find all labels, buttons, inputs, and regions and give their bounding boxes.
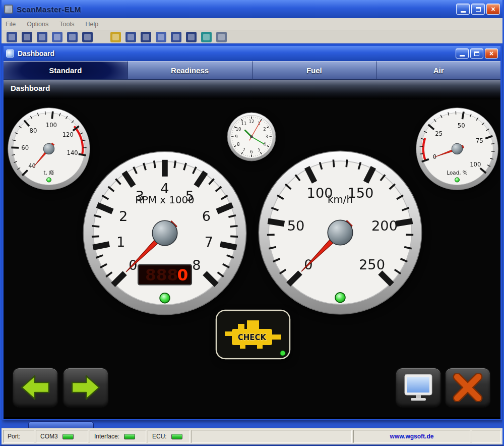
port-value: COM3 (40, 433, 58, 440)
port-status-led-icon (62, 434, 74, 439)
toolbar-icon-1[interactable] (7, 32, 17, 42)
svg-text:8: 8 (192, 257, 201, 273)
toolbar-icon-13[interactable] (201, 32, 212, 42)
svg-text:50: 50 (458, 122, 465, 129)
check-engine-indicator: CHECK (215, 309, 291, 360)
svg-text:100: 100 (46, 122, 57, 129)
svg-text:11: 11 (241, 121, 247, 126)
menu-file[interactable]: File (6, 21, 16, 28)
website-link[interactable]: www.wgsoft.de (353, 430, 470, 443)
ecu-status-led-icon (171, 434, 182, 439)
ecu-label: ECU: (152, 433, 167, 440)
dashboard-minimize-button[interactable] (456, 48, 469, 59)
menubar: File Options Tools Help (2, 18, 502, 30)
svg-text:100: 100 (470, 161, 481, 168)
svg-text:200: 200 (371, 218, 398, 234)
interface-status-led-icon (124, 434, 135, 439)
tab-standard[interactable]: Standard (4, 61, 128, 80)
main-minimize-button[interactable] (456, 4, 470, 15)
main-close-button[interactable]: × (486, 4, 500, 15)
close-icon: × (489, 50, 493, 57)
svg-text:2: 2 (119, 208, 128, 224)
monitor-icon (403, 373, 433, 402)
minimize-icon (460, 55, 465, 57)
svg-text:t, 癈: t, 癈 (43, 170, 54, 176)
svg-text:9: 9 (235, 134, 237, 139)
red-x-icon (453, 373, 483, 402)
toolbar-icon-6[interactable] (82, 32, 93, 42)
svg-text:0: 0 (177, 266, 188, 284)
svg-text:60: 60 (21, 144, 29, 151)
statusbar: Port: COM3 Interface: ECU: www.wgsoft.de (2, 428, 502, 444)
close-dashboard-button[interactable] (445, 367, 491, 408)
svg-text:10: 10 (236, 127, 241, 132)
dashboard-window-title: Dashboard (18, 49, 54, 58)
status-end-panel (472, 430, 501, 443)
menu-tools[interactable]: Tools (59, 21, 74, 28)
svg-text:3: 3 (265, 134, 268, 139)
svg-text:Load, %: Load, % (447, 170, 467, 176)
svg-text:4: 4 (263, 142, 266, 147)
toolbar-icon-5[interactable] (67, 32, 78, 42)
toolbar-icon-14[interactable] (216, 32, 227, 42)
svg-text:km/h: km/h (328, 194, 353, 205)
monitor-view-button[interactable] (395, 367, 442, 408)
ecu-panel: ECU: (148, 430, 190, 443)
speed-gauge: 050100150200250km/h (257, 149, 423, 316)
dashboard-maximize-button[interactable] (470, 48, 483, 59)
chip-icon (4, 5, 13, 14)
svg-text:120: 120 (62, 131, 74, 138)
rpm-gauge: 012345678RPM x 10008880 (82, 150, 248, 316)
toolbar-icon-8[interactable] (125, 32, 136, 42)
close-icon: × (491, 6, 495, 13)
interface-label: Interface: (94, 433, 119, 440)
port-label: Port: (8, 433, 20, 440)
toolbar-icon-9[interactable] (141, 32, 151, 42)
port-label-panel: Port: (3, 430, 34, 443)
dashboard-titlebar[interactable]: Dashboard × (4, 46, 500, 61)
svg-text:8: 8 (237, 142, 239, 147)
toolbar-icon-3[interactable] (37, 32, 47, 42)
toolbar-icon-7[interactable] (110, 32, 121, 42)
svg-text:6: 6 (250, 149, 253, 154)
dashboard-tabs: Standard Readiness Fuel Air (4, 61, 500, 80)
dashboard-window-icon (6, 49, 14, 58)
svg-text:50: 50 (287, 218, 305, 234)
main-titlebar[interactable]: ScanMaster-ELM × (0, 0, 504, 18)
port-value-panel: COM3 (36, 430, 88, 443)
toolbar-icon-12[interactable] (186, 32, 197, 42)
svg-text:CHECK: CHECK (238, 333, 267, 342)
menu-options[interactable]: Options (27, 21, 48, 28)
tab-readiness[interactable]: Readiness (128, 61, 253, 80)
status-spacer-panel (192, 430, 352, 443)
svg-text:12: 12 (249, 119, 255, 124)
coolant-temp-gauge: 406080100120140t, 癈 (7, 107, 91, 191)
toolbar-icon-4[interactable] (52, 32, 62, 42)
svg-text:250: 250 (359, 257, 385, 272)
toolbar-icon-10[interactable] (156, 32, 166, 42)
dashboard-close-button[interactable]: × (485, 48, 498, 59)
toolbar (2, 30, 502, 43)
svg-text:25: 25 (435, 130, 443, 137)
tab-fuel[interactable]: Fuel (253, 61, 377, 80)
tab-air[interactable]: Air (376, 61, 500, 80)
svg-text:2: 2 (263, 127, 266, 132)
svg-text:140: 140 (67, 149, 78, 156)
svg-text:80: 80 (30, 127, 37, 134)
svg-text:888: 888 (145, 266, 178, 284)
arrow-right-icon (70, 374, 101, 401)
maximize-icon (476, 7, 481, 12)
toolbar-icon-2[interactable] (22, 32, 32, 42)
engine-load-gauge: 0255075100Load, % (415, 107, 499, 191)
main-maximize-button[interactable] (471, 4, 485, 15)
previous-button[interactable] (12, 367, 58, 408)
dashboard-panel: 406080100120140t, 癈 123456789101112 0255… (4, 99, 500, 417)
menu-help[interactable]: Help (85, 21, 98, 28)
svg-text:RPM x 1000: RPM x 1000 (135, 194, 194, 206)
next-button[interactable] (62, 367, 109, 408)
minimize-icon (461, 11, 466, 13)
svg-text:6: 6 (202, 208, 211, 224)
toolbar-icon-11[interactable] (171, 32, 181, 42)
maximize-icon (474, 51, 479, 56)
svg-text:7: 7 (205, 234, 213, 250)
